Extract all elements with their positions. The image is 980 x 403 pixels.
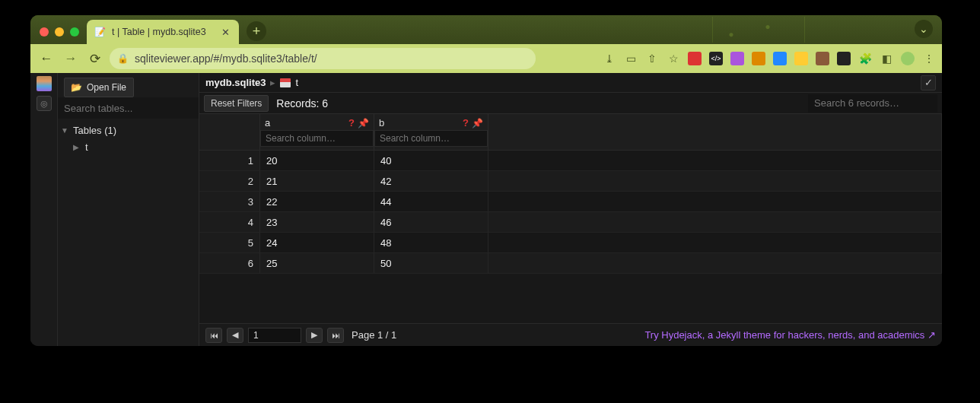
- page-prev-button[interactable]: ◀: [227, 328, 243, 343]
- column-name: b: [379, 117, 384, 129]
- cell: [488, 192, 942, 212]
- row-number[interactable]: 2: [199, 171, 260, 192]
- extension-icon[interactable]: </>: [709, 52, 723, 65]
- page-next-button[interactable]: ▶: [306, 328, 323, 343]
- window-controls: [37, 27, 87, 44]
- row-number[interactable]: 1: [199, 151, 260, 171]
- extension-icon[interactable]: [794, 52, 808, 65]
- side-panel-icon[interactable]: ◧: [880, 52, 893, 65]
- row-number[interactable]: 4: [199, 212, 260, 233]
- tables-group-label: Tables (1): [73, 125, 116, 136]
- tab-title: t | Table | mydb.sqlite3: [112, 27, 206, 37]
- page-last-button[interactable]: ⏭: [327, 328, 344, 343]
- column-search-input[interactable]: [260, 130, 374, 147]
- url-text: sqliteviewer.app/#/mydb.sqlite3/table/t/: [135, 52, 317, 65]
- bookmark-icon[interactable]: ☆: [667, 52, 680, 65]
- extension-icon[interactable]: [752, 52, 765, 65]
- footer-promo-link[interactable]: Try Hydejack, a Jekyll theme for hackers…: [644, 329, 936, 341]
- new-tab-button[interactable]: +: [247, 21, 266, 41]
- tree-table-label: t: [85, 141, 88, 153]
- extension-icon[interactable]: [773, 52, 787, 65]
- row-number[interactable]: 6: [199, 253, 260, 274]
- column-name: a: [265, 117, 270, 129]
- tree-table-item[interactable]: ▶ t: [61, 138, 199, 155]
- cell[interactable]: 21: [260, 171, 374, 192]
- filters-bar: Reset Filters Records: 6: [199, 93, 942, 114]
- search-records-input[interactable]: [808, 94, 937, 113]
- pin-icon[interactable]: 📌: [472, 118, 483, 129]
- page-first-button[interactable]: ⏮: [205, 328, 222, 343]
- row-number-header: [199, 114, 260, 151]
- extension-icon[interactable]: [688, 52, 702, 65]
- app-rail: ◎: [30, 73, 58, 346]
- column-type-unknown-icon[interactable]: ?: [463, 117, 469, 129]
- tabs-dropdown-button[interactable]: ⌄: [915, 20, 933, 38]
- column-spacer: [488, 114, 942, 151]
- nav-forward-button[interactable]: →: [61, 51, 81, 66]
- cell: [488, 151, 942, 171]
- extension-icon[interactable]: [730, 52, 744, 65]
- app-logo-icon[interactable]: [37, 76, 52, 91]
- cell[interactable]: 24: [260, 233, 374, 253]
- kebab-menu-icon[interactable]: ⋮: [922, 52, 936, 65]
- breadcrumb: mydb.sqlite3 ▸ t ✓: [199, 73, 942, 93]
- breadcrumb-table[interactable]: t: [295, 77, 298, 88]
- window-close-button[interactable]: [40, 27, 49, 36]
- confirm-check-button[interactable]: ✓: [921, 75, 936, 90]
- profile-avatar[interactable]: [901, 52, 915, 65]
- cell[interactable]: 23: [260, 212, 374, 233]
- open-file-label: Open File: [87, 82, 126, 93]
- share-icon[interactable]: ⇧: [645, 52, 659, 65]
- column-header-a[interactable]: a ? 📌: [260, 114, 374, 151]
- folder-icon: 📂: [71, 82, 82, 93]
- cell: [488, 212, 942, 233]
- column-search-input[interactable]: [374, 130, 488, 147]
- row-number[interactable]: 5: [199, 233, 260, 253]
- records-count-label: Records: 6: [276, 97, 328, 109]
- breadcrumb-db[interactable]: mydb.sqlite3: [205, 77, 266, 88]
- cell[interactable]: 40: [374, 151, 488, 171]
- sidebar: 📂 Open File ▼ Tables (1) ▶ t: [58, 73, 199, 346]
- extensions-puzzle-icon[interactable]: 🧩: [858, 52, 872, 65]
- browser-tabstrip: 📝 t | Table | mydb.sqlite3 ✕ + ⌄: [30, 15, 942, 44]
- row-number[interactable]: 3: [199, 192, 260, 212]
- browser-tab[interactable]: 📝 t | Table | mydb.sqlite3 ✕: [87, 20, 239, 44]
- extension-icon[interactable]: [816, 52, 829, 65]
- tab-favicon: 📝: [94, 27, 106, 37]
- extension-icon[interactable]: [837, 52, 851, 65]
- url-bar[interactable]: 🔒 sqliteviewer.app/#/mydb.sqlite3/table/…: [110, 48, 536, 69]
- cell[interactable]: 42: [374, 171, 488, 192]
- window-minimize-button[interactable]: [55, 27, 64, 36]
- data-grid: a ? 📌 b ? 📌 12040: [199, 114, 942, 274]
- open-file-button[interactable]: 📂 Open File: [64, 78, 134, 97]
- reset-filters-button[interactable]: Reset Filters: [204, 95, 269, 112]
- browser-toolbar: ← → ⟳ 🔒 sqliteviewer.app/#/mydb.sqlite3/…: [30, 44, 942, 73]
- column-header-b[interactable]: b ? 📌: [374, 114, 488, 151]
- lock-icon: 🔒: [117, 53, 129, 64]
- tree-tables-group[interactable]: ▼ Tables (1): [61, 122, 199, 138]
- cell[interactable]: 25: [260, 253, 374, 274]
- caret-down-icon: ▼: [61, 126, 68, 135]
- page-icon[interactable]: ▭: [624, 52, 638, 65]
- column-type-unknown-icon[interactable]: ?: [348, 117, 355, 129]
- page-number-input[interactable]: [248, 328, 301, 343]
- install-app-icon[interactable]: ⤓: [603, 52, 616, 65]
- cell[interactable]: 46: [374, 212, 488, 233]
- page-label: Page 1 / 1: [352, 329, 396, 341]
- nav-reload-button[interactable]: ⟳: [85, 51, 105, 67]
- chevron-right-icon: ▸: [270, 77, 275, 88]
- window-maximize-button[interactable]: [70, 27, 79, 36]
- cell[interactable]: 44: [374, 192, 488, 212]
- rail-item[interactable]: ◎: [37, 96, 52, 111]
- cell[interactable]: 50: [374, 253, 488, 274]
- table-icon: [280, 78, 291, 87]
- tab-close-button[interactable]: ✕: [219, 26, 231, 38]
- search-tables-input[interactable]: [58, 97, 199, 119]
- pin-icon[interactable]: 📌: [358, 118, 369, 129]
- cell[interactable]: 20: [260, 151, 374, 171]
- cell[interactable]: 48: [374, 233, 488, 253]
- tables-tree: ▼ Tables (1) ▶ t: [58, 119, 199, 155]
- nav-back-button[interactable]: ←: [37, 51, 56, 66]
- cell: [488, 253, 942, 274]
- cell[interactable]: 22: [260, 192, 374, 212]
